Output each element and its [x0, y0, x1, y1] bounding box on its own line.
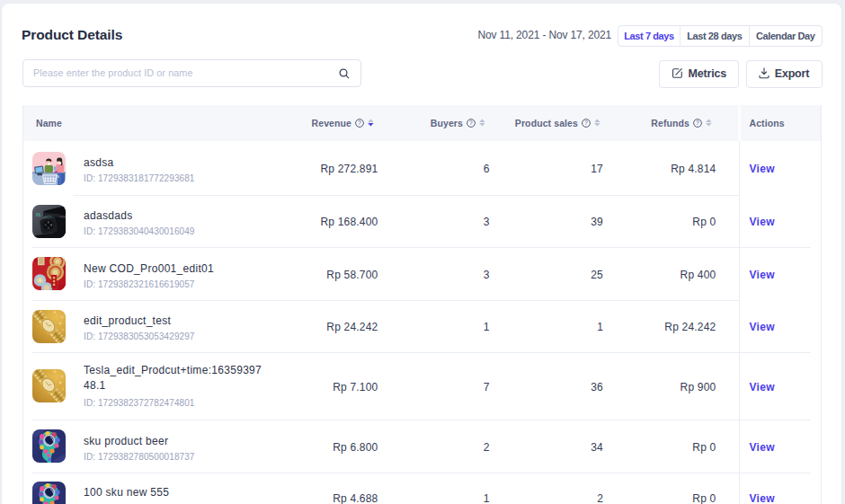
svg-text:?: ?: [696, 119, 699, 126]
svg-text:?: ?: [584, 119, 588, 126]
svg-text:?: ?: [469, 119, 473, 126]
svg-text:?: ?: [358, 119, 361, 126]
svg-text:X6: X6: [36, 212, 41, 217]
